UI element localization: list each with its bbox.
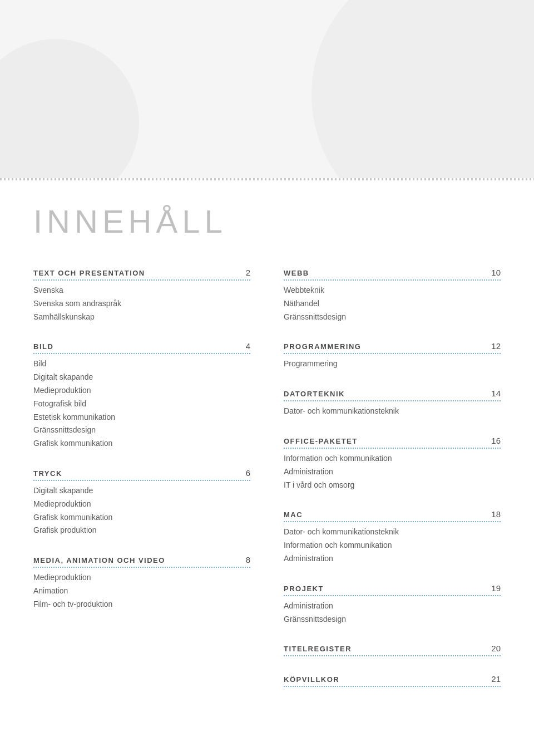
section-mac: MAC18Dator- och kommunikationsteknikInfo…	[284, 509, 501, 565]
section-page-mac: 18	[491, 509, 501, 519]
list-item: Samhällskunskap	[33, 311, 250, 324]
list-item: Svenska	[33, 284, 250, 297]
section-tryck: TRYCK6Digitalt skapandeMedieproduktionGr…	[33, 468, 250, 537]
list-item: Bild	[33, 357, 250, 371]
section-header-text-och-presentation: TEXT OCH PRESENTATION2	[33, 268, 250, 281]
list-item: Medieproduktion	[33, 571, 250, 585]
list-item: Administration	[284, 600, 501, 613]
section-items-datorteknik: Dator- och kommunikationsteknik	[284, 405, 501, 418]
list-item: Digitalt skapande	[33, 371, 250, 384]
section-title-text-och-presentation: TEXT OCH PRESENTATION	[33, 269, 145, 277]
list-item: Grafisk kommunikation	[33, 437, 250, 450]
section-header-webb: WEBB10	[284, 268, 501, 281]
list-item: Grafisk kommunikation	[33, 511, 250, 524]
section-title-office-paketet: OFFICE-PAKETET	[284, 437, 358, 445]
list-item: Gränssnittsdesign	[284, 613, 501, 626]
list-item: Programmering	[284, 357, 501, 371]
section-title-mac: MAC	[284, 510, 303, 519]
section-page-office-paketet: 16	[491, 436, 501, 445]
two-column-layout: TEXT OCH PRESENTATION2SvenskaSvenska som…	[33, 268, 501, 705]
section-header-office-paketet: OFFICE-PAKETET16	[284, 436, 501, 449]
section-media-animation-och-video: MEDIA, ANIMATION OCH VIDEO8Medieprodukti…	[33, 555, 250, 611]
section-items-media-animation-och-video: MedieproduktionAnimationFilm- och tv-pro…	[33, 571, 250, 611]
section-items-tryck: Digitalt skapandeMedieproduktionGrafisk …	[33, 484, 250, 537]
section-items-programmering: Programmering	[284, 357, 501, 371]
list-item: Administration	[284, 465, 501, 479]
list-item: Information och kommunikation	[284, 452, 501, 465]
section-page-webb: 10	[491, 268, 501, 277]
section-datorteknik: DATORTEKNIK14Dator- och kommunikationste…	[284, 389, 501, 418]
section-title-media-animation-och-video: MEDIA, ANIMATION OCH VIDEO	[33, 556, 165, 564]
section-projekt: PROJEKT19AdministrationGränssnittsdesign	[284, 583, 501, 626]
section-header-titelregister: TITELREGISTER20	[284, 644, 501, 656]
list-item: Webbteknik	[284, 284, 501, 297]
section-page-projekt: 19	[491, 583, 501, 593]
section-header-mac: MAC18	[284, 509, 501, 522]
list-item: Dator- och kommunikationsteknik	[284, 405, 501, 418]
section-office-paketet: OFFICE-PAKETET16Information och kommunik…	[284, 436, 501, 492]
section-header-media-animation-och-video: MEDIA, ANIMATION OCH VIDEO8	[33, 555, 250, 568]
section-items-bild: BildDigitalt skapandeMedieproduktionFoto…	[33, 357, 250, 450]
section-webb: WEBB10WebbteknikNäthandelGränssnittsdesi…	[284, 268, 501, 323]
content-area: INNEHÅLL TEXT OCH PRESENTATION2SvenskaSv…	[0, 180, 534, 738]
list-item: Gränssnittsdesign	[33, 424, 250, 437]
section-items-projekt: AdministrationGränssnittsdesign	[284, 600, 501, 626]
section-text-och-presentation: TEXT OCH PRESENTATION2SvenskaSvenska som…	[33, 268, 250, 323]
left-column: TEXT OCH PRESENTATION2SvenskaSvenska som…	[33, 268, 250, 705]
section-title-webb: WEBB	[284, 269, 309, 277]
section-page-titelregister: 20	[491, 644, 501, 653]
section-titelregister: TITELREGISTER20	[284, 644, 501, 656]
section-page-programmering: 12	[491, 341, 501, 351]
section-title-datorteknik: DATORTEKNIK	[284, 390, 345, 398]
section-bild: BILD4BildDigitalt skapandeMedieproduktio…	[33, 341, 250, 450]
top-decorative-area	[0, 0, 534, 178]
section-items-mac: Dator- och kommunikationsteknikInformati…	[284, 526, 501, 565]
list-item: Fotografisk bild	[33, 397, 250, 411]
right-column: WEBB10WebbteknikNäthandelGränssnittsdesi…	[284, 268, 501, 705]
list-item: Digitalt skapande	[33, 484, 250, 498]
section-page-text-och-presentation: 2	[246, 268, 250, 277]
section-page-media-animation-och-video: 8	[246, 555, 250, 564]
section-items-webb: WebbteknikNäthandelGränssnittsdesign	[284, 284, 501, 323]
section-items-text-och-presentation: SvenskaSvenska som andraspråkSamhällskun…	[33, 284, 250, 323]
section-header-programmering: PROGRAMMERING12	[284, 341, 501, 354]
section-title-tryck: TRYCK	[33, 469, 62, 478]
section-page-kopvillkor: 21	[491, 674, 501, 684]
section-page-datorteknik: 14	[491, 389, 501, 398]
section-title-titelregister: TITELREGISTER	[284, 645, 352, 653]
list-item: Animation	[33, 585, 250, 598]
section-header-projekt: PROJEKT19	[284, 583, 501, 596]
list-item: IT i vård och omsorg	[284, 479, 501, 492]
section-header-kopvillkor: KÖPVILLKOR21	[284, 674, 501, 687]
list-item: Svenska som andraspråk	[33, 297, 250, 311]
section-items-office-paketet: Information och kommunikationAdministrat…	[284, 452, 501, 492]
list-item: Gränssnittsdesign	[284, 311, 501, 324]
section-title-bild: BILD	[33, 342, 53, 351]
page-title: INNEHÅLL	[33, 203, 501, 240]
section-header-tryck: TRYCK6	[33, 468, 250, 481]
section-page-tryck: 6	[246, 468, 250, 478]
section-kopvillkor: KÖPVILLKOR21	[284, 674, 501, 687]
list-item: Film- och tv-produktion	[33, 598, 250, 611]
list-item: Information och kommunikation	[284, 539, 501, 552]
section-title-projekt: PROJEKT	[284, 585, 324, 593]
section-programmering: PROGRAMMERING12Programmering	[284, 341, 501, 371]
list-item: Medieproduktion	[33, 384, 250, 397]
list-item: Dator- och kommunikationsteknik	[284, 526, 501, 539]
section-page-bild: 4	[246, 341, 250, 351]
section-title-kopvillkor: KÖPVILLKOR	[284, 675, 339, 684]
section-header-datorteknik: DATORTEKNIK14	[284, 389, 501, 401]
list-item: Administration	[284, 552, 501, 566]
list-item: Medieproduktion	[33, 498, 250, 511]
list-item: Näthandel	[284, 297, 501, 311]
list-item: Grafisk produktion	[33, 524, 250, 537]
section-title-programmering: PROGRAMMERING	[284, 342, 361, 351]
list-item: Estetisk kommunikation	[33, 411, 250, 424]
section-header-bild: BILD4	[33, 341, 250, 354]
